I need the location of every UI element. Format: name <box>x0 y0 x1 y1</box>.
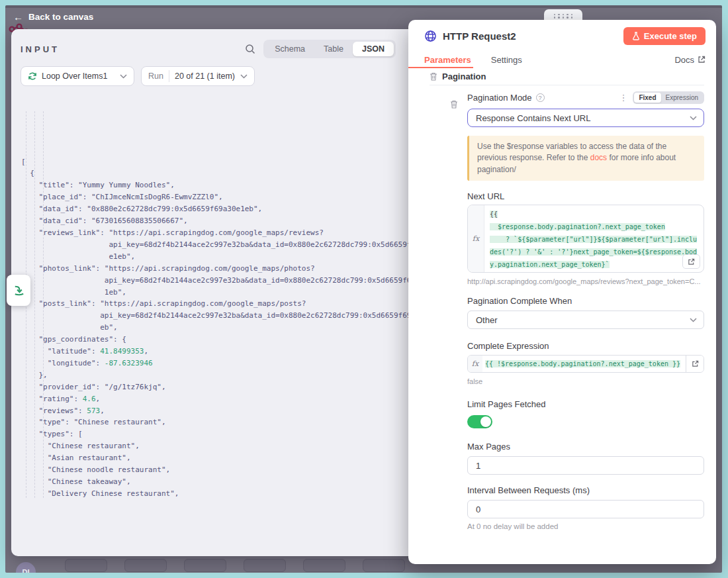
json-code-lines: [ { "title": "Yummy Yummy Noodles", "pla… <box>21 156 418 498</box>
background-node-pill <box>303 559 345 572</box>
interval-label: Interval Between Requests (ms) <box>467 485 704 495</box>
pagination-mode-select[interactable]: Response Contains Next URL <box>467 109 704 127</box>
arrow-into-panel-icon <box>13 284 25 297</box>
pagination-mode-value: Response Contains Next URL <box>476 113 590 123</box>
indent-guide <box>34 111 35 498</box>
node-panel-tabs: Parameters Settings Docs <box>408 48 716 68</box>
tab-json[interactable]: JSON <box>353 42 394 56</box>
input-panel: INPUT Schema Table JSON Loop Over Items1 <box>11 29 418 556</box>
pagination-complete-when-select[interactable]: Other <box>467 311 704 329</box>
user-avatar[interactable]: DI <box>16 562 36 573</box>
pagination-complete-when-value: Other <box>476 315 498 325</box>
docs-label: Docs <box>674 55 694 65</box>
next-url-expression-code[interactable]: {{ $response.body.pagination?.next_page_… <box>484 205 704 272</box>
pagination-info-callout: Use the $response variables to access th… <box>467 136 704 181</box>
pagination-section-header: Pagination <box>430 72 704 85</box>
execute-step-button[interactable]: Execute step <box>623 27 705 45</box>
background-node-pill <box>244 559 286 572</box>
chevron-down-icon <box>240 74 248 79</box>
loop-icon <box>28 72 37 81</box>
toggle-fixed[interactable]: Fixed <box>634 93 660 103</box>
input-source-value: Loop Over Items1 <box>42 72 115 81</box>
complete-expression-field[interactable]: fx {{ !$response.body.pagination?.next_p… <box>467 355 704 373</box>
background-node-pill <box>124 559 167 572</box>
complete-expression-label: Complete Expression <box>467 341 704 351</box>
open-expression-editor-button[interactable] <box>686 356 704 372</box>
input-source-select[interactable]: Loop Over Items1 <box>21 66 134 86</box>
help-icon[interactable]: ? <box>536 93 545 102</box>
chevron-down-icon <box>120 74 127 79</box>
expand-icon <box>688 258 695 265</box>
tab-table[interactable]: Table <box>314 42 353 56</box>
next-url-expression-editor[interactable]: fx {{ $response.body.pagination?.next_pa… <box>467 205 704 273</box>
run-label: Run <box>148 72 163 81</box>
parameters-scroll-area[interactable]: Pagination Pagination Mode ? ⋮ Fixed Exp… <box>408 68 716 564</box>
node-title: HTTP Request2 <box>443 30 623 42</box>
interval-input[interactable] <box>467 500 704 518</box>
limit-pages-fetched-label: Limit Pages Fetched <box>467 399 704 409</box>
run-select[interactable]: Run 20 of 21 (1 item) <box>141 66 255 86</box>
kebab-menu-icon[interactable]: ⋮ <box>619 93 627 103</box>
pagination-section-title: Pagination <box>442 72 486 81</box>
limit-pages-fetched-toggle[interactable] <box>467 415 492 428</box>
node-panel-header: HTTP Request2 Execute step <box>408 20 716 48</box>
next-url-label: Next URL <box>467 191 704 201</box>
background-node-pill <box>65 559 107 572</box>
back-to-canvas-label: Back to canvas <box>28 12 93 22</box>
trash-icon[interactable] <box>450 100 458 109</box>
pagination-mode-label: Pagination Mode <box>467 93 532 103</box>
divider <box>169 70 169 82</box>
input-panel-header: INPUT Schema Table JSON <box>11 29 418 58</box>
pagination-mode-label-row: Pagination Mode ? ⋮ Fixed Expression <box>467 91 704 104</box>
input-panel-title: INPUT <box>21 44 60 54</box>
external-link-icon <box>698 56 705 64</box>
execute-step-label: Execute step <box>644 31 697 41</box>
next-url-result-preview: http://api.scrapingdog.com/google_maps/r… <box>467 277 704 285</box>
node-details-panel: HTTP Request2 Execute step Parameters Se… <box>408 20 716 564</box>
input-panel-collapse-tab[interactable] <box>7 275 30 306</box>
trash-icon[interactable] <box>430 72 437 81</box>
fx-gutter: fx <box>468 205 484 272</box>
tab-parameters[interactable]: Parameters <box>424 55 471 65</box>
toggle-expression[interactable]: Expression <box>661 93 703 103</box>
json-output-view[interactable]: [ { "title": "Yummy Yummy Noodles", "pla… <box>11 93 418 498</box>
max-pages-label: Max Pages <box>467 442 704 452</box>
complete-expression-value: {{ !$response.body.pagination?.next_page… <box>485 360 680 367</box>
fixed-expression-toggle: Fixed Expression <box>633 91 704 104</box>
docs-inline-link[interactable]: docs <box>590 153 607 162</box>
search-icon[interactable] <box>245 44 255 54</box>
background-node-pill <box>363 559 405 572</box>
complete-expression-result-preview: false <box>467 377 704 385</box>
active-tab-underline <box>408 67 473 69</box>
globe-icon <box>424 30 437 42</box>
interval-hint: At 0 no delay will be added <box>467 522 704 530</box>
back-to-canvas-button[interactable]: ← Back to canvas <box>13 12 93 22</box>
chevron-down-icon <box>690 116 697 120</box>
fx-gutter: fx <box>468 356 482 372</box>
flask-icon <box>632 32 640 40</box>
input-toolbar: Loop Over Items1 Run 20 of 21 (1 item) <box>11 58 418 86</box>
tab-settings[interactable]: Settings <box>491 55 522 65</box>
docs-link[interactable]: Docs <box>674 55 705 65</box>
indent-guide <box>43 111 44 498</box>
tab-schema[interactable]: Schema <box>265 42 314 56</box>
back-arrow-icon: ← <box>13 12 23 22</box>
background-node-pill <box>184 559 226 572</box>
expand-icon <box>692 360 699 367</box>
display-mode-tabs: Schema Table JSON <box>263 40 396 58</box>
screenshot-frame: ← Back to canvas DI INPUT Schema Table J… <box>0 0 728 578</box>
pagination-parameters: Pagination Mode ? ⋮ Fixed Expression Res… <box>467 91 704 530</box>
pagination-complete-when-label: Pagination Complete When <box>467 296 704 306</box>
chevron-down-icon <box>690 318 697 322</box>
max-pages-input[interactable] <box>467 456 704 475</box>
run-select-value: 20 of 21 (1 item) <box>175 72 235 81</box>
toggle-knob <box>480 416 491 427</box>
open-expression-editor-button[interactable] <box>682 254 700 269</box>
